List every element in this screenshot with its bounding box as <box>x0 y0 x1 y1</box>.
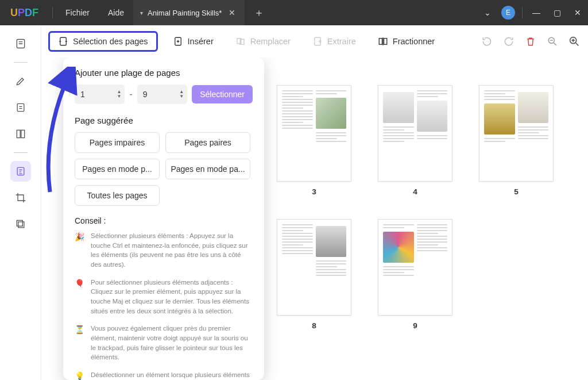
select-pages-panel: Ajouter une plage de pages 1▲▼ - 9▲▼ Sél… <box>63 57 264 380</box>
add-range-title: Ajouter une plage de pages <box>75 68 253 78</box>
app-logo: UPDF <box>10 7 38 19</box>
sidebar-crop-icon[interactable] <box>10 187 31 208</box>
range-from-input[interactable]: 1▲▼ <box>75 85 125 104</box>
page-number: 5 <box>514 187 519 196</box>
range-dash: - <box>129 89 132 99</box>
sidebar-view-icon[interactable] <box>10 33 31 54</box>
menu-help[interactable]: Aide <box>99 8 133 17</box>
zoom-out-icon[interactable] <box>546 34 559 48</box>
svg-rect-7 <box>60 37 67 45</box>
tip-text: Sélectionner plusieurs éléments : Appuye… <box>91 231 253 270</box>
svg-rect-3 <box>21 130 24 137</box>
user-avatar[interactable]: E <box>501 6 515 20</box>
svg-rect-6 <box>17 220 22 226</box>
tips-title: Conseil : <box>75 216 253 225</box>
sidebar-organize-icon[interactable] <box>10 161 31 182</box>
odd-pages-button[interactable]: Pages impaires <box>75 132 160 153</box>
page-number: 3 <box>312 187 316 196</box>
tab-title: Animal Painting Skills* <box>148 9 222 17</box>
balloon-icon: 🎈 <box>75 278 85 316</box>
sidebar-layers-icon[interactable] <box>10 214 31 235</box>
landscape-pages-button[interactable]: Pages en mode pa... <box>165 159 250 179</box>
sidebar-edit-icon[interactable] <box>10 71 31 91</box>
svg-rect-5 <box>18 222 24 228</box>
suggested-title: Page suggérée <box>75 116 253 125</box>
separator <box>522 7 523 18</box>
toolbar: Sélection des pages Insérer Remplacer Ex… <box>41 25 588 57</box>
tool-insert[interactable]: Insérer <box>166 33 220 50</box>
sidebar-annotate-icon[interactable] <box>10 97 31 118</box>
window-minimize-icon[interactable]: — <box>526 8 547 17</box>
tip-text: Pour sélectionner plusieurs éléments adj… <box>91 278 253 316</box>
sidebar-forms-icon[interactable] <box>10 124 31 144</box>
even-pages-button[interactable]: Pages paires <box>165 132 250 153</box>
page-thumbnail[interactable]: 8 <box>277 219 351 330</box>
bulb-icon: 💡 <box>75 370 85 380</box>
delete-icon[interactable] <box>524 34 537 48</box>
svg-rect-12 <box>379 39 382 45</box>
tool-extract: Extraire <box>305 33 363 50</box>
page-thumbnail[interactable]: 9 <box>378 219 452 330</box>
new-tab-button[interactable]: ＋ <box>245 6 273 20</box>
tool-replace: Remplacer <box>229 33 297 50</box>
party-icon: 🎉 <box>75 231 85 270</box>
rotate-left-icon[interactable] <box>480 34 494 48</box>
portrait-pages-button[interactable]: Pages en mode p... <box>75 159 160 179</box>
page-number: 4 <box>413 187 417 196</box>
tab-dropdown-icon: ▾ <box>140 10 143 16</box>
tool-select-pages[interactable]: Sélection des pages <box>48 31 158 52</box>
all-pages-button[interactable]: Toutes les pages <box>75 185 160 206</box>
rotate-right-icon[interactable] <box>502 34 516 48</box>
svg-rect-1 <box>17 103 24 111</box>
window-close-icon[interactable]: ✕ <box>567 8 588 17</box>
range-to-input[interactable]: 9▲▼ <box>137 85 187 104</box>
page-thumbnail[interactable]: 5 <box>479 85 554 196</box>
tool-split[interactable]: Fractionner <box>371 33 442 50</box>
page-number: 9 <box>413 321 417 330</box>
window-maximize-icon[interactable]: ▢ <box>547 8 567 17</box>
zoom-in-icon[interactable] <box>567 34 581 48</box>
page-thumbnail[interactable]: 4 <box>378 85 452 196</box>
document-tab[interactable]: ▾ Animal Painting Skills* ✕ <box>133 0 245 25</box>
tab-close-icon[interactable]: ✕ <box>226 8 238 17</box>
page-number: 8 <box>312 321 316 330</box>
chevron-down-icon[interactable]: ⌄ <box>477 8 498 17</box>
tip-text: Désélectionner un élément lorsque plusie… <box>91 370 253 380</box>
select-button[interactable]: Sélectionner <box>192 85 253 103</box>
menu-file[interactable]: Fichier <box>56 8 99 17</box>
svg-rect-13 <box>384 39 386 45</box>
page-thumbnail[interactable]: 3 <box>277 85 351 196</box>
hourglass-icon: ⏳ <box>75 324 85 362</box>
separator <box>52 7 53 18</box>
svg-rect-2 <box>17 130 20 137</box>
sidebar <box>0 25 41 380</box>
tip-text: Vous pouvez également cliquer près du pr… <box>91 324 253 362</box>
